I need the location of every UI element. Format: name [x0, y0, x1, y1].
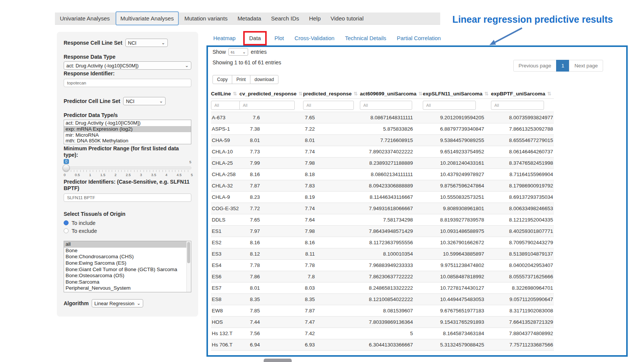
- column-header-cv-predicted-response[interactable]: cv_predicted_response⇅: [239, 89, 303, 98]
- entries-control: Show 61 ⌄ entries: [213, 48, 267, 56]
- nav-item-metadata[interactable]: Metadata: [233, 15, 266, 22]
- tissue-option-bone-ewing-sarcoma-es[interactable]: Bone:Ewing Sarcoma (ES): [64, 260, 191, 267]
- sort-icon[interactable]: ⇅: [353, 91, 358, 97]
- tab-plot[interactable]: Plot: [274, 35, 284, 41]
- column-header-cellline[interactable]: CellLine⇅: [211, 89, 239, 98]
- sort-icon[interactable]: ⇅: [547, 91, 551, 97]
- sort-icon[interactable]: ⇅: [233, 91, 237, 97]
- sort-icon[interactable]: ⇅: [299, 91, 303, 97]
- table-row: ES28.168.168.1172363795555610.3267901662…: [211, 237, 554, 248]
- tissue-option-all[interactable]: all: [64, 241, 191, 248]
- tab-data[interactable]: Data: [249, 35, 261, 41]
- tissue-option-bone-osteosarcoma-os[interactable]: Bone:Osteosarcoma (OS): [64, 273, 191, 279]
- response-identifier-input[interactable]: [64, 79, 191, 87]
- previous-page-button[interactable]: Previous page: [513, 60, 556, 72]
- column-header-expslfn11-unisarcoma[interactable]: expSLFN11_uniSarcoma⇅: [423, 89, 491, 98]
- download-button[interactable]: download: [250, 75, 278, 84]
- cell-value: 10.3267901662672: [423, 240, 491, 245]
- radio-button-icon: [64, 228, 69, 233]
- scrollbar-track[interactable]: [186, 241, 191, 292]
- nav-item-help[interactable]: Help: [304, 15, 326, 22]
- cell-value: 8.40259301807771: [491, 228, 554, 234]
- cell-value: 7.98: [303, 228, 360, 234]
- screen-edge-artifact: [264, 359, 292, 362]
- cell-value: 9.05711205990647: [491, 296, 554, 302]
- slider-track[interactable]: [64, 167, 191, 169]
- predictor-option-act-drug-activity-log10-ic50m[interactable]: act: Drug Activity (-log10[IC50M]): [64, 120, 191, 126]
- tissue-option-bone-chondrosarcoma-chs[interactable]: Bone:Chondrosarcoma (CHS): [64, 254, 191, 260]
- current-page-button[interactable]: 1: [556, 60, 570, 72]
- sort-icon[interactable]: ⇅: [485, 91, 489, 97]
- filter-input-expbptf-unisarcoma[interactable]: [491, 101, 544, 110]
- cell-line-name: ES4: [211, 262, 239, 268]
- response-identifier-label: Response Identifier:: [64, 70, 191, 77]
- nav-item-video-tutorial[interactable]: Video tutorial: [325, 15, 368, 22]
- tissue-option-bone-sarcoma[interactable]: Bone:Sarcoma: [64, 279, 191, 286]
- tab-cross-validation[interactable]: Cross-Validation: [294, 35, 334, 41]
- cell-value: 8.16: [239, 172, 303, 177]
- radio-to-include[interactable]: To include: [64, 219, 191, 227]
- entries-count-select[interactable]: 61 ⌄: [228, 48, 248, 56]
- cell-value: 8.081539607: [360, 308, 423, 314]
- column-header-act609699-unisarcoma[interactable]: act609699_uniSarcoma⇅: [360, 89, 423, 98]
- cell-value: 8.71164155969904: [491, 172, 554, 177]
- cell-value: 8.16: [239, 240, 303, 245]
- predictor-cell-line-set-select[interactable]: NCI ⌄: [123, 97, 166, 105]
- filter-input-act609699-unisarcoma[interactable]: [360, 101, 412, 110]
- tab-partial-correlation[interactable]: Partial Correlation: [397, 35, 441, 41]
- column-header-expbptf-unisarcoma[interactable]: expBPTF_uniSarcoma⇅: [491, 89, 554, 98]
- slider-tick-label: 0.5: [75, 173, 80, 177]
- cell-value: 8.11: [303, 251, 360, 257]
- cell-value: 8.23893271188889: [360, 160, 423, 166]
- cell-value: 8.11723637955556: [360, 240, 423, 245]
- scrollbar-thumb[interactable]: [187, 242, 190, 263]
- filter-input-cv-predicted-response[interactable]: [239, 101, 295, 110]
- nav-item-search-ids[interactable]: Search IDs: [266, 15, 304, 22]
- tissue-option-peripheral-nervous-system[interactable]: Peripheral_Nervous_System: [64, 285, 191, 292]
- nav-item-mutation-variants[interactable]: Mutation variants: [180, 15, 233, 22]
- predictor-option-mth-dna-850k-methylation[interactable]: mth: DNA 850K Methylation: [64, 138, 191, 144]
- cell-value: 8.65554677279015: [491, 137, 554, 143]
- tissue-option-bone[interactable]: Bone: [64, 248, 191, 254]
- tab-heatmap[interactable]: Heatmap: [213, 35, 236, 41]
- cell-value: 7.78: [303, 262, 360, 268]
- cell-line-name: COG-E-352: [211, 206, 239, 211]
- cell-value: 8.12: [239, 251, 303, 257]
- predictor-option-exp-mrna-expression-log2[interactable]: exp: mRNA Expression (log2): [64, 126, 191, 132]
- filter-input-expslfn11-unisarcoma[interactable]: [423, 101, 476, 110]
- print-button[interactable]: Print: [232, 75, 250, 84]
- cell-value: 5.875833826: [360, 126, 423, 132]
- radio-to-exclude[interactable]: To exclude: [64, 227, 191, 235]
- copy-button[interactable]: Copy: [213, 75, 232, 84]
- response-cell-line-set-select[interactable]: NCI ⌄: [125, 39, 168, 47]
- algorithm-select[interactable]: Linear Regression ⌄: [92, 299, 143, 307]
- cell-line-name: CHLA-32: [211, 183, 239, 189]
- predictor-identifiers-input[interactable]: [64, 193, 191, 202]
- tissue-option-bone-giant-cell-tumor-of-bone-gctb-sarcoma[interactable]: Bone:Giant Cell Tumor of Bone (GCTB) Sar…: [64, 267, 191, 273]
- tab-technical-details[interactable]: Technical Details: [345, 35, 386, 41]
- nav-item-multivariate-analyses[interactable]: Multivariate Analyses: [116, 11, 179, 25]
- annotation-arrow-icon: [484, 26, 527, 48]
- column-header-label: expBPTF_uniSarcoma: [491, 91, 545, 97]
- cell-value: 7.38: [239, 126, 303, 132]
- cell-value: 7.47: [303, 319, 360, 325]
- table-row: ASPS-17.387.225.8758338266.8879773934084…: [211, 123, 554, 134]
- sort-icon[interactable]: ⇅: [418, 91, 422, 97]
- predictor-data-types-listbox[interactable]: act: Drug Activity (-log10[IC50M])exp: m…: [64, 120, 191, 144]
- slider-tick-label: 4.5: [177, 173, 181, 177]
- cell-value: 10.4379249978927: [423, 172, 491, 177]
- table-row: COG-E-3527.727.747.949316180666679.80893…: [211, 203, 554, 214]
- cell-value: 10.5550832573251: [423, 194, 491, 200]
- nav-item-univariate-analyses[interactable]: Univariate Analyses: [55, 15, 115, 22]
- table-row: ES88.358.358.1210085402222210.4494475483…: [211, 293, 554, 305]
- predictor-option-mir-microrna[interactable]: mir: MicroRNA: [64, 132, 191, 138]
- next-page-button[interactable]: Next page: [569, 60, 603, 72]
- column-header-predicted-response[interactable]: predicted_response⇅: [303, 89, 360, 98]
- response-data-type-select[interactable]: act: Drug Activity (-log10[IC50M]) ⌄: [64, 61, 191, 70]
- cell-value: 9.87567596247864: [423, 183, 491, 189]
- filter-input-predicted-response[interactable]: [303, 101, 354, 110]
- entries-count-value: 61: [231, 50, 235, 54]
- min-predictor-range-slider[interactable]: 0 5 00.511.522.533.544.55: [64, 159, 191, 177]
- table-row: CHLA-257.997.988.2389327118888910.208124…: [211, 157, 554, 169]
- tissue-listbox[interactable]: allBoneBone:Chondrosarcoma (CHS)Bone:Ewi…: [64, 241, 191, 292]
